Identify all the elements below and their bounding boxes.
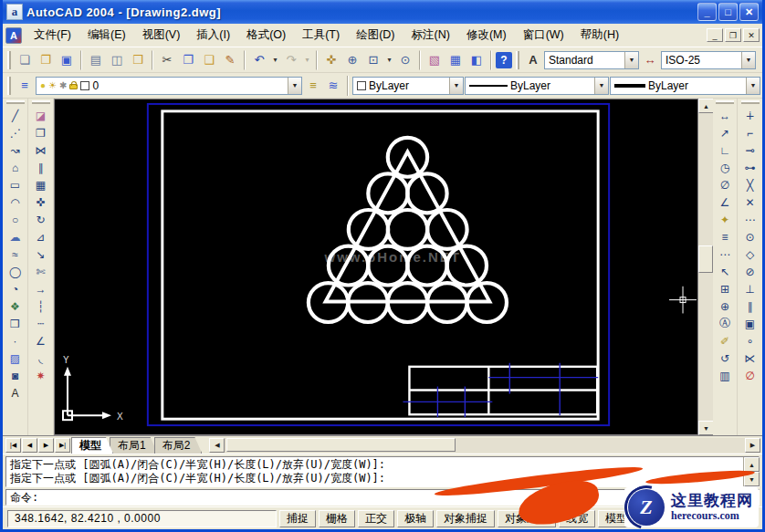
dim-style-icon[interactable]: ↔: [640, 50, 660, 70]
child-close-button[interactable]: ✕: [743, 28, 760, 42]
chamfer-icon[interactable]: ∠: [30, 332, 52, 349]
dimension-update-icon[interactable]: ↺: [714, 349, 736, 367]
snap-endpoint-icon[interactable]: ⊸: [739, 141, 761, 159]
status-toggle-button[interactable]: 正交: [358, 510, 394, 527]
snap-center-icon[interactable]: ⊙: [739, 228, 761, 245]
hscroll-thumb[interactable]: [226, 438, 456, 452]
toolbar-button[interactable]: [316, 50, 318, 70]
paste-icon[interactable]: ❑: [199, 50, 219, 70]
new-icon[interactable]: ❏: [15, 50, 35, 70]
spline-icon[interactable]: ≈: [5, 245, 26, 263]
snap-midpoint-icon[interactable]: ⊶: [739, 159, 761, 176]
zoom-window-icon[interactable]: ⊡: [363, 50, 383, 70]
match-properties-icon[interactable]: ✎: [220, 50, 240, 70]
child-minimize-button[interactable]: _: [707, 28, 723, 42]
open-icon[interactable]: ❐: [36, 50, 56, 70]
toolbar-grip[interactable]: [7, 51, 11, 69]
tab-nav-button[interactable]: ▶: [38, 438, 54, 453]
angular-dimension-icon[interactable]: ∠: [714, 193, 736, 211]
menu-item[interactable]: 标注(N): [403, 25, 458, 46]
combo-arrow-icon[interactable]: ▼: [288, 78, 301, 94]
plot-preview-icon[interactable]: ◫: [107, 50, 127, 70]
acad-menu-icon[interactable]: A: [5, 27, 22, 44]
erase-icon[interactable]: ◪: [30, 107, 52, 124]
combo-arrow-icon[interactable]: ▼: [449, 78, 463, 94]
linear-dimension-icon[interactable]: ↔: [714, 107, 736, 124]
revcloud-icon[interactable]: ☁: [5, 228, 26, 245]
lineweight-combo[interactable]: ByLayer ▼: [610, 77, 760, 95]
snap-perpendicular-icon[interactable]: ⊥: [739, 280, 761, 297]
polyline-icon[interactable]: ↝: [5, 141, 26, 159]
status-toggle-button[interactable]: 捕捉: [279, 510, 316, 527]
ordinate-dimension-icon[interactable]: ∟: [714, 141, 736, 159]
layer-states-icon[interactable]: ≋: [323, 76, 343, 96]
status-toggle-button[interactable]: 极轴: [397, 510, 434, 527]
toolbar-button[interactable]: [244, 50, 246, 70]
combo-arrow-icon[interactable]: ▼: [746, 78, 760, 94]
menu-item[interactable]: 修改(M): [458, 25, 515, 46]
arc-icon[interactable]: ◠: [5, 193, 26, 211]
command-input[interactable]: 命令:: [5, 489, 760, 506]
toolbar-button[interactable]: [419, 50, 421, 70]
cut-icon[interactable]: ✂: [157, 50, 177, 70]
text-style-icon[interactable]: A: [523, 50, 543, 70]
line-icon[interactable]: ╱: [5, 107, 26, 124]
ellipse-arc-icon[interactable]: ◔: [5, 280, 26, 297]
close-button[interactable]: ✕: [739, 3, 759, 21]
toolbar-button[interactable]: [152, 50, 153, 70]
rotate-icon[interactable]: ↻: [30, 211, 52, 228]
dimension-edit-icon[interactable]: ✐: [714, 332, 736, 349]
quick-dimension-icon[interactable]: ✦: [714, 211, 736, 228]
mtext-icon[interactable]: A: [5, 384, 26, 402]
trim-icon[interactable]: ✄: [30, 263, 52, 280]
stretch-icon[interactable]: ↘: [30, 245, 52, 263]
diameter-dimension-icon[interactable]: ∅: [714, 176, 736, 193]
scroll-right-icon[interactable]: ▶: [745, 438, 760, 453]
region-icon[interactable]: ◙: [5, 367, 26, 384]
baseline-dimension-icon[interactable]: ≡: [714, 228, 736, 245]
snap-nearest-icon[interactable]: ⋉: [739, 349, 761, 367]
menu-item[interactable]: 编辑(E): [79, 25, 134, 46]
text-style-combo[interactable]: Standard ▼: [544, 51, 639, 69]
undo-dropdown[interactable]: ▾: [270, 50, 280, 70]
redo-dropdown[interactable]: ▾: [302, 50, 312, 70]
array-icon[interactable]: ▦: [30, 176, 52, 193]
center-mark-icon[interactable]: ⊕: [714, 297, 736, 315]
tolerance-icon[interactable]: ⊞: [714, 280, 736, 297]
dim-style-combo[interactable]: ISO-25 ▼: [661, 51, 756, 69]
horizontal-scrollbar[interactable]: ◀ ▶: [209, 438, 760, 453]
tab-model[interactable]: 模型: [71, 437, 113, 454]
toolbar-grip[interactable]: [7, 77, 11, 95]
snap-none-icon[interactable]: ∅: [739, 367, 761, 384]
plot-icon[interactable]: ▤: [86, 50, 106, 70]
tab-layout1[interactable]: 布局1: [110, 437, 158, 454]
scroll-up-icon[interactable]: ▲: [744, 457, 760, 472]
tab-nav-button[interactable]: ▶|: [55, 438, 70, 453]
dimension-text-edit-icon[interactable]: Ⓐ: [714, 315, 736, 332]
tab-nav-button[interactable]: ◀: [22, 438, 37, 453]
vscroll-thumb[interactable]: [698, 245, 713, 273]
snap-extension-icon[interactable]: ⋯: [739, 211, 761, 228]
extend-icon[interactable]: →: [30, 280, 52, 297]
layer-combo[interactable]: ● ☀ ✱ 0 ▼: [36, 77, 302, 95]
snap-node-icon[interactable]: ∘: [739, 332, 761, 349]
toolbar-button[interactable]: [80, 50, 82, 70]
menu-item[interactable]: 格式(O): [238, 25, 294, 46]
snap-insert-icon[interactable]: ▣: [739, 315, 761, 332]
drawing-canvas[interactable]: Y X www.pHome.NET: [54, 99, 697, 435]
tool-palettes-icon[interactable]: ▧: [424, 50, 445, 70]
zoom-realtime-icon[interactable]: ⊕: [342, 50, 362, 70]
move-icon[interactable]: ✜: [30, 193, 52, 211]
quick-leader-icon[interactable]: ↖: [714, 263, 736, 280]
layer-previous-icon[interactable]: ≡: [303, 76, 323, 96]
aligned-dimension-icon[interactable]: ↗: [714, 124, 736, 141]
layer-properties-manager-icon[interactable]: ≡: [15, 76, 35, 96]
construction-line-icon[interactable]: ⋰: [5, 124, 26, 141]
color-combo[interactable]: ByLayer ▼: [352, 77, 464, 95]
status-toggle-button[interactable]: 对象捕捉: [436, 510, 495, 527]
make-block-icon[interactable]: ❒: [5, 315, 26, 332]
explode-icon[interactable]: ✷: [30, 367, 52, 384]
combo-arrow-icon[interactable]: ▼: [624, 52, 638, 68]
scale-icon[interactable]: ⊿: [30, 228, 52, 245]
toolbar-grip[interactable]: [516, 51, 519, 69]
